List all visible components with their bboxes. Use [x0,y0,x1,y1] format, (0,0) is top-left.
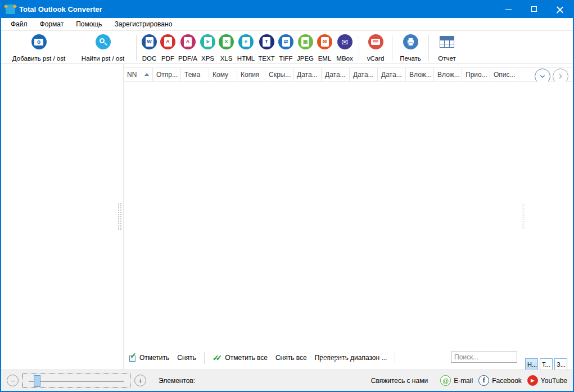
chevron-down-icon [539,72,546,80]
zoom-out-button[interactable]: − [7,375,19,386]
zoom-slider[interactable] [22,373,130,388]
format-button-html[interactable]: e HTML [236,33,256,62]
format-button-xls[interactable]: X XLS [217,33,236,62]
app-icon [6,4,15,14]
column-header-priority[interactable]: Прио... [462,68,490,81]
column-header-bcc[interactable]: Скры... [265,68,293,81]
column-header-subject[interactable]: Тема [181,68,209,81]
column-header-date3[interactable]: Дата... [350,68,378,81]
checkbox-check-icon: ✓ [129,354,137,362]
column-header-attach2[interactable]: Влож... [434,68,462,81]
format-button-jpeg[interactable]: ▣ JPEG [295,33,315,62]
at-icon: @ [440,375,451,386]
folder-tree-panel[interactable] [1,64,116,370]
format-button-mbox[interactable]: ✉ MBox [334,33,355,62]
format-button-doc[interactable]: W DOC [140,33,159,62]
youtube-link[interactable]: ▶ YouTube [527,375,567,386]
unmark-all-button[interactable]: Снять все [275,354,307,362]
horizontal-splitter-grip-icon[interactable] [322,358,346,360]
format-button-eml[interactable]: ✉ EML [315,33,334,62]
print-label: Печать [400,55,421,62]
column-header-date4[interactable]: Дата... [378,68,406,81]
column-header-sender[interactable]: Отпр... [153,68,181,81]
column-header-to[interactable]: Кому [209,68,237,81]
menu-item-registered[interactable]: Зарегистрировано [109,20,179,28]
doc-icon: W [142,34,157,49]
eml-label: EML [318,55,332,62]
pdfa-icon: A [180,34,196,49]
search-input[interactable] [451,352,517,363]
statusbar: − + Элементов: Свяжитесь с нами @ E-mail… [1,370,573,391]
slider-thumb[interactable] [34,375,40,387]
mark-all-button[interactable]: ✓✓ Отметить все [213,353,268,362]
mark-all-label: Отметить все [225,354,268,362]
youtube-label: YouTube [541,377,567,385]
zoom-in-button[interactable]: + [134,375,146,386]
toolbar-separator [392,35,392,61]
report-button[interactable]: Отчет [432,33,462,62]
mbox-label: MBox [336,55,352,62]
xls-label: XLS [220,55,233,62]
plus-icon: + [138,377,142,385]
tab-1[interactable]: Н... [525,358,538,370]
maximize-button[interactable] [521,0,547,18]
table-header: NN Отпр... Тема Кому Копия Скры... Дата.… [124,67,573,81]
tab-3[interactable]: З... [554,358,567,370]
add-pst-button[interactable]: o Добавить pst / ost [4,33,73,62]
vcard-button[interactable]: vCard [363,33,388,62]
menu-item-file[interactable]: Файл [4,20,34,28]
eml-icon: ✉ [317,34,332,49]
tiff-label: TIFF [279,55,292,62]
minimize-button[interactable] [495,0,521,18]
maximize-icon [531,6,537,12]
format-button-tiff[interactable]: ⇄ TIFF [277,33,295,62]
mark-label: Отметить [139,354,169,362]
html-icon: e [238,34,254,49]
magnifier-icon [96,34,111,49]
column-label: NN [127,71,137,79]
email-link[interactable]: @ E-mail [440,375,473,386]
text-icon: T [259,34,274,49]
tab-2[interactable]: Т... [540,358,553,370]
column-header-attach1[interactable]: Влож... [406,68,434,81]
view-tabstrip: Н... Т... З... [525,358,567,370]
menu-item-format[interactable]: Формат [34,20,70,28]
message-list[interactable] [124,81,573,349]
format-button-pdf[interactable]: A PDF [159,33,177,62]
slider-track [29,381,124,382]
toolbar-separator [359,35,359,61]
column-header-nn[interactable]: NN [124,68,153,81]
close-icon [557,6,563,12]
format-button-text[interactable]: T TEXT [256,33,277,62]
format-button-xps[interactable]: ➤ XPS [198,33,217,62]
find-pst-button[interactable]: Найти pst / ost [73,33,133,62]
facebook-link[interactable]: f Facebook [478,375,522,386]
text-label: TEXT [258,55,274,62]
pdfa-label: PDF/A [178,55,197,62]
column-header-cc[interactable]: Копия [237,68,265,81]
column-header-date2[interactable]: Дата... [322,68,350,81]
vertical-splitter[interactable] [116,64,123,370]
menu-item-help[interactable]: Помощь [70,20,108,28]
print-button[interactable]: Печать [396,33,425,62]
html-label: HTML [237,55,255,62]
preview-splitter-grip-icon[interactable] [522,204,525,229]
unmark-button[interactable]: Снять [177,354,196,362]
mbox-icon: ✉ [337,34,352,49]
pdf-icon: A [160,34,175,49]
mark-button[interactable]: ✓ Отметить [129,354,169,362]
column-header-description[interactable]: Опис... [490,68,518,81]
youtube-icon: ▶ [527,375,538,386]
report-label: Отчет [438,55,456,62]
window: Total Outlook Converter Файл Формат Помо… [0,0,574,392]
report-table-icon [440,36,454,48]
format-button-pdfa[interactable]: A PDF/A [177,33,198,62]
unmark-all-label: Снять все [275,354,307,362]
column-header-date1[interactable]: Дата... [293,68,322,81]
chevron-right-icon [557,72,564,80]
xps-icon: ➤ [200,34,215,49]
list-toolbar: ✓ Отметить Снять ✓✓ Отметить все Снять в… [124,349,573,370]
email-label: E-mail [454,377,473,385]
window-title: Total Outlook Converter [19,5,102,13]
close-button[interactable] [547,0,573,18]
